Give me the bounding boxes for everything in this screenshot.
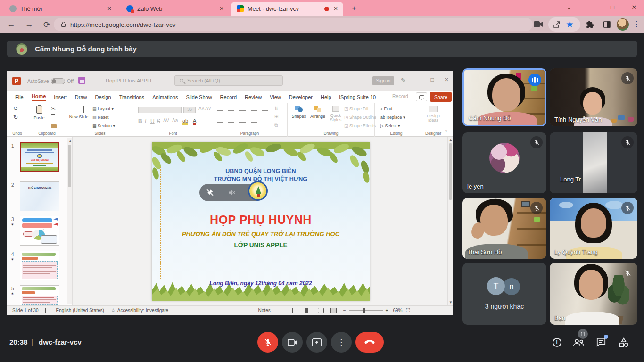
shape-effects-button: ◲ Shape Effects <box>344 123 376 128</box>
meeting-details-button[interactable]: i <box>550 336 563 349</box>
tab-close-icon[interactable]: ✕ <box>332 5 339 13</box>
comments-button <box>416 92 427 101</box>
tab-new-tab[interactable]: Thẻ mới ✕ <box>4 2 117 16</box>
tab-close-icon[interactable]: ✕ <box>106 5 113 13</box>
side-panel-icon[interactable] <box>603 20 611 31</box>
thumbnail-scrollbar: ▲ <box>67 138 72 304</box>
notes-icon: ≡ <box>253 308 256 313</box>
participant-name: Bạn <box>554 314 565 321</box>
participant-tile-ly-quynh-trang[interactable]: Ly Quỳnh Trang <box>550 198 637 259</box>
slide-title: HỌP PHỤ HUYNH <box>152 213 370 227</box>
layout-button: ▤ Layout ▾ <box>92 107 114 111</box>
bold-button: B <box>138 118 142 124</box>
indent2-icon <box>251 107 257 111</box>
design-ideas-label: Design Ideas <box>423 114 444 123</box>
tab-separator <box>119 5 119 12</box>
screenshare-presentation-tile[interactable]: P AutoSave Off Họp PH Unis APPLE Search … <box>7 71 453 315</box>
presenting-banner-text: Cẩm Nhung Đỗ đang trình bày <box>35 45 137 53</box>
ppt-status-bar: Slide 1 of 30 English (United States) ☆ … <box>7 305 453 315</box>
mic-toggle-button-muted[interactable] <box>257 332 278 353</box>
mic-off-icon <box>621 72 634 84</box>
address-bar[interactable]: https://meet.google.com/dwc-fzar-vcv <box>54 18 533 31</box>
chat-button[interactable] <box>594 336 608 349</box>
slide-thumbnail-3 <box>20 216 59 246</box>
menu-draw: Draw <box>75 94 87 100</box>
profile-avatar[interactable] <box>617 18 629 31</box>
leave-call-button[interactable] <box>355 332 384 353</box>
menu-home: Home <box>32 93 46 101</box>
mic-off-icon <box>530 202 543 214</box>
ppt-ribbon: ↺ ↻ Undo Paste ✂ Clipboard New Slide <box>7 103 453 137</box>
present-screen-button[interactable] <box>306 332 327 353</box>
shape-outline-button: ◳ Shape Outline <box>344 115 376 120</box>
menu-file: File <box>15 94 24 100</box>
tab-recording-dot <box>324 7 329 11</box>
redo-icon: ↻ <box>13 114 18 121</box>
shape-outline-label: Shape Outline <box>349 115 376 120</box>
participant-name: Tỉnh Nguyễn Văn <box>554 116 602 123</box>
tab-zalo[interactable]: Zalo Web ✕ <box>121 2 229 16</box>
overflow-count-label: 3 người khác <box>462 303 546 310</box>
ribbon-group-paragraph: ⇅ ⊞ ⧉ Paragraph <box>212 103 288 137</box>
accessibility-status: Accessibility: Investigate <box>117 308 168 313</box>
volume-off-icon <box>228 189 236 197</box>
zoom-slider-thumb <box>363 308 365 313</box>
participant-tile-thai-son-ho[interactable]: Thái Sơn Hồ <box>462 198 546 259</box>
tab-search-chevron-icon[interactable]: ⌄ <box>562 1 576 13</box>
new-tab-button[interactable]: + <box>350 4 358 12</box>
camera-permission-icon[interactable] <box>534 21 543 30</box>
url-text[interactable]: https://meet.google.com/dwc-fzar-vcv <box>70 21 176 28</box>
align-right-icon <box>239 119 246 123</box>
extensions-icon[interactable] <box>586 20 594 31</box>
participant-name: le yen <box>467 183 484 190</box>
collapse-ribbon-icon: ⌄ <box>444 127 448 132</box>
participant-tile-you[interactable]: Bạn <box>550 263 637 325</box>
current-slide: UBND QUẬN LONG BIÊN TRƯỜNG MN ĐÔ THỊ VIỆ… <box>152 142 370 301</box>
find-button: ⌕ Find <box>380 107 392 112</box>
slide-thumbnail-4 <box>20 251 59 280</box>
scroll-up-icon: ▲ <box>448 138 453 142</box>
group-label: Drawing <box>288 131 374 136</box>
more-options-button[interactable]: ⋮ <box>331 332 352 353</box>
slide-thumbnail-panel: 1 HỌP PHỤ HUYNH 2 TRÒ CHƠI QUIZIZZ 3 ✶ <box>7 137 73 305</box>
fit-slide-icon: ⛶ <box>406 307 410 313</box>
window-close-button[interactable]: ✕ <box>627 1 641 13</box>
participant-tile-cam-nhung-do[interactable]: Cẩm Nhung Đỗ <box>462 68 546 126</box>
participant-tile-le-yen[interactable]: le yen <box>462 132 546 193</box>
zalo-badge <box>131 9 134 13</box>
info-icon: i <box>553 338 561 347</box>
arrange-label: Arrange <box>308 114 327 119</box>
tab-meet-active[interactable]: Meet - dwc-fzar-vcv ✕ <box>231 2 343 16</box>
text-direction-icon: ⇅ <box>274 106 278 111</box>
menu-animations: Animations <box>152 94 178 100</box>
tab-label: Meet - dwc-fzar-vcv <box>248 6 322 12</box>
quick-styles-button: Quick Styles <box>328 106 343 122</box>
meet-bottom-bar: 20:38 | dwc-fzar-vcv ⋮ i 11 <box>0 327 644 362</box>
font-color-button: A <box>193 118 196 125</box>
participant-tile-tinh-nguyen-van[interactable]: Tỉnh Nguyễn Văn <box>550 68 637 126</box>
window-minimize-button[interactable]: — <box>584 1 598 13</box>
tab-close-icon[interactable]: ✕ <box>218 5 225 13</box>
presenting-banner: Cẩm Nhung Đỗ đang trình bày <box>7 41 637 57</box>
reload-button[interactable]: ⟳ <box>40 18 53 31</box>
bookmark-star-icon[interactable]: ★ <box>566 19 574 30</box>
language-status: English (United States) <box>56 308 104 313</box>
autosave-toggle <box>51 78 65 84</box>
portrait-video-strip <box>583 132 607 193</box>
shape-fill-label: Shape Fill <box>349 107 368 111</box>
window-restore-button[interactable]: □ <box>605 1 619 13</box>
justify-icon <box>251 119 257 123</box>
browser-menu-icon[interactable]: ⋮ <box>633 19 640 28</box>
zalo-favicon <box>126 5 133 12</box>
forward-button[interactable]: → <box>23 18 36 31</box>
participant-tile-others[interactable]: T n 3 người khác <box>462 263 546 325</box>
mic-off-icon <box>621 202 634 214</box>
back-button[interactable]: ← <box>5 18 18 31</box>
share-page-icon[interactable] <box>553 20 561 31</box>
activities-button[interactable] <box>617 336 630 349</box>
profile-photo-avatar <box>489 143 520 173</box>
participant-tile-long-tr[interactable]: Long Tr <box>550 132 637 193</box>
group-label: Paragraph <box>212 131 287 136</box>
camera-toggle-button[interactable] <box>282 332 303 353</box>
underline-button: U <box>150 118 155 124</box>
